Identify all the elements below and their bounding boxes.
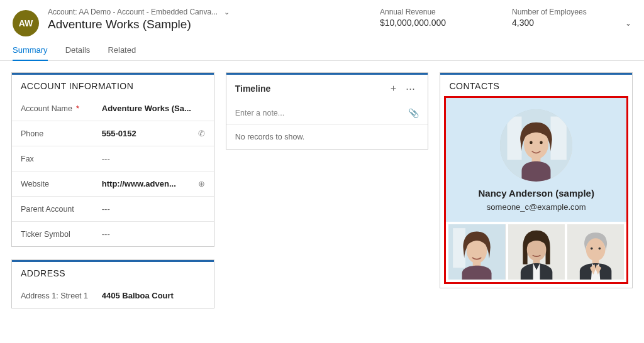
contact-thumb[interactable] — [567, 224, 624, 280]
section-title: CONTACTS — [440, 73, 632, 96]
form-selector[interactable]: Account: AA Demo - Account - Embedded Ca… — [48, 8, 380, 16]
contact-name: Nancy Anderson (sample) — [452, 188, 620, 199]
field-label: Ticker Symbol — [21, 230, 102, 239]
address-card: ADDRESS Address 1: Street 1 4405 Balboa … — [11, 259, 214, 308]
tab-details[interactable]: Details — [65, 41, 91, 60]
contact-thumb[interactable] — [508, 224, 565, 280]
svg-point-17 — [591, 248, 593, 250]
field-phone[interactable]: Phone 555-0152 ✆ — [12, 121, 214, 146]
header-field-label: Number of Employees — [512, 8, 606, 16]
field-website[interactable]: Website http://www.adven... ⊕ — [12, 172, 214, 197]
field-ticker-symbol[interactable]: Ticker Symbol --- — [12, 222, 214, 246]
chevron-down-icon: ⌄ — [224, 8, 230, 16]
attach-icon[interactable]: 📎 — [408, 108, 419, 118]
tab-related[interactable]: Related — [108, 41, 136, 60]
more-icon[interactable]: ⋯ — [402, 83, 419, 94]
field-value: http://www.adven... — [102, 179, 194, 188]
contact-thumb[interactable] — [448, 224, 505, 280]
contact-main-avatar — [500, 109, 572, 182]
field-fax[interactable]: Fax --- — [12, 146, 214, 172]
svg-rect-2 — [551, 117, 567, 160]
svg-point-6 — [540, 141, 543, 144]
field-parent-account[interactable]: Parent Account --- — [12, 197, 214, 222]
field-label: Website — [21, 180, 102, 188]
note-placeholder: Enter a note... — [235, 109, 409, 117]
field-value: 555-0152 — [102, 129, 194, 138]
field-value: --- — [102, 229, 194, 239]
account-information-card: ACCOUNT INFORMATION Account Name* Advent… — [11, 72, 214, 247]
header-field-value: $10,000,000.000 — [380, 18, 474, 28]
tab-summary[interactable]: Summary — [13, 41, 48, 61]
tab-bar: Summary Details Related — [0, 41, 644, 61]
field-label: Address 1: Street 1 — [21, 291, 102, 300]
note-input[interactable]: Enter a note... 📎 — [226, 102, 428, 125]
contact-main[interactable]: Nancy Anderson (sample) someone_c@exampl… — [446, 98, 626, 222]
phone-icon[interactable]: ✆ — [194, 129, 205, 138]
field-account-name[interactable]: Account Name* Adventure Works (Sa... — [12, 96, 214, 121]
timeline-empty-text: No records to show. — [226, 125, 428, 149]
contact-thumbs — [446, 222, 626, 282]
field-value: --- — [102, 154, 194, 163]
field-label: Fax — [21, 155, 102, 163]
breadcrumb-text: Account: AA Demo - Account - Embedded Ca… — [48, 8, 218, 16]
svg-rect-1 — [508, 117, 522, 160]
header-field-label: Annual Revenue — [380, 8, 474, 16]
header-field-value: 4,300 — [512, 18, 606, 28]
record-title: Adventure Works (Sample) — [48, 18, 380, 31]
section-title: ADDRESS — [12, 260, 214, 283]
header-field-employees[interactable]: Number of Employees 4,300 — [512, 8, 606, 28]
svg-point-15 — [586, 238, 606, 261]
required-indicator: * — [76, 104, 79, 113]
field-label: Phone — [21, 129, 102, 138]
expand-header-icon[interactable]: ⌄ — [625, 19, 631, 28]
timeline-card: Timeline ＋ ⋯ Enter a note... 📎 No record… — [226, 72, 429, 150]
field-value: --- — [102, 204, 194, 214]
record-header: AW Account: AA Demo - Account - Embedded… — [0, 0, 644, 41]
globe-icon[interactable]: ⊕ — [194, 179, 205, 188]
field-value: Adventure Works (Sa... — [102, 104, 194, 113]
add-icon[interactable]: ＋ — [385, 82, 402, 94]
contacts-card: CONTACTS — [440, 72, 633, 288]
timeline-title: Timeline — [235, 84, 386, 94]
section-title: ACCOUNT INFORMATION — [12, 73, 214, 96]
account-avatar: AW — [13, 10, 39, 36]
field-label: Parent Account — [21, 205, 102, 214]
header-field-annual-revenue[interactable]: Annual Revenue $10,000,000.000 — [380, 8, 474, 28]
header-fields: Annual Revenue $10,000,000.000 Number of… — [380, 8, 606, 28]
svg-point-18 — [598, 248, 601, 250]
field-address-street1[interactable]: Address 1: Street 1 4405 Balboa Court — [12, 283, 214, 308]
field-value: 4405 Balboa Court — [102, 291, 194, 300]
field-label: Account Name — [21, 104, 72, 113]
contact-email: someone_c@example.com — [452, 202, 620, 212]
svg-point-5 — [530, 141, 533, 144]
contacts-canvas[interactable]: Nancy Anderson (sample) someone_c@exampl… — [444, 96, 628, 284]
